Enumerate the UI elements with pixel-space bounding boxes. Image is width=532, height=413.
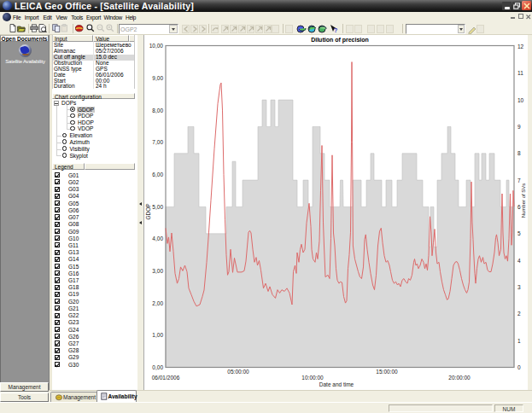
svg-text:5,00: 5,00 [152, 204, 163, 210]
svg-text:9: 9 [517, 124, 521, 130]
svg-text:Number of SVs: Number of SVs [521, 183, 526, 218]
svg-text:3: 3 [517, 284, 521, 290]
svg-text:8: 8 [517, 150, 521, 156]
svg-text:2,00: 2,00 [152, 300, 163, 306]
svg-text:10: 10 [517, 97, 524, 103]
svg-text:6,00: 6,00 [152, 172, 163, 177]
svg-text:7,00: 7,00 [152, 139, 163, 145]
svg-text:8,00: 8,00 [152, 108, 163, 113]
svg-text:1: 1 [517, 338, 521, 344]
svg-text:11: 11 [517, 70, 523, 76]
svg-text:12: 12 [517, 44, 524, 49]
svg-text:9,00: 9,00 [152, 75, 163, 81]
svg-text:5: 5 [517, 230, 521, 236]
svg-text:4,00: 4,00 [152, 236, 163, 241]
svg-text:15:00:00: 15:00:00 [376, 369, 398, 375]
svg-text:7: 7 [517, 177, 521, 183]
svg-text:06/01/2006: 06/01/2006 [152, 375, 180, 381]
svg-text:1,00: 1,00 [152, 332, 163, 338]
svg-text:3,00: 3,00 [152, 268, 163, 274]
svg-text:0: 0 [517, 364, 521, 370]
svg-text:Dilution of precision: Dilution of precision [311, 37, 369, 44]
svg-text:Date and time: Date and time [319, 381, 354, 387]
svg-text:20:00:00: 20:00:00 [448, 375, 471, 381]
svg-text:?: ? [334, 27, 337, 33]
svg-text:2: 2 [517, 311, 521, 317]
svg-text:10,00: 10,00 [149, 43, 164, 49]
svg-text:4: 4 [517, 258, 521, 264]
svg-text:0,00: 0,00 [152, 364, 163, 370]
svg-text:GDOP: GDOP [145, 203, 151, 219]
svg-text:05:00:00: 05:00:00 [227, 369, 249, 375]
svg-text:10:00:00: 10:00:00 [301, 375, 324, 381]
